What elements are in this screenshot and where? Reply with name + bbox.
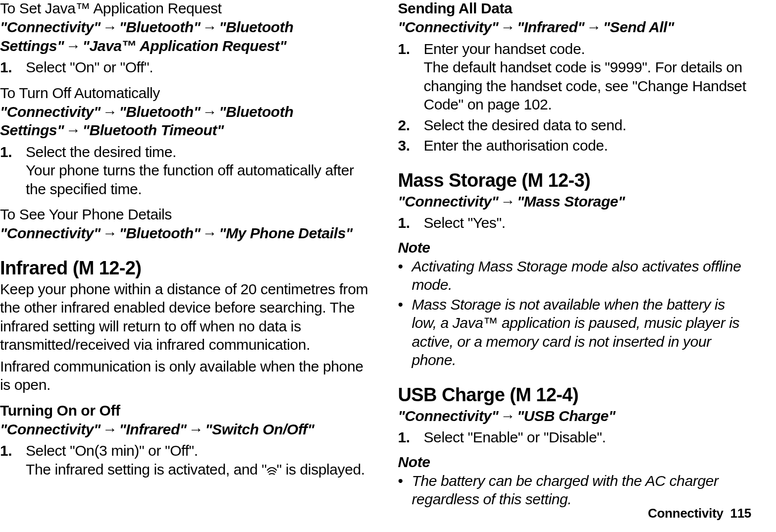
- subheading-java-request: To Set Java™ Application Request: [0, 0, 368, 17]
- arrow-icon: →: [187, 421, 206, 437]
- step-item: Select "Enable" or "Disable".: [398, 428, 752, 447]
- menu-path: "Connectivity"→"USB Charge": [398, 407, 752, 426]
- footer-page-number: 115: [730, 506, 751, 521]
- arrow-icon: →: [201, 19, 219, 35]
- arrow-icon: →: [101, 225, 119, 241]
- step-item: Enter your handset code. The default han…: [398, 40, 752, 114]
- path-part: "Bluetooth": [119, 104, 201, 120]
- note-item: Mass Storage is not available when the b…: [398, 295, 752, 370]
- path-part: "Infrared": [517, 19, 584, 35]
- step-subtext: The infrared setting is activated, and "…: [26, 460, 368, 479]
- arrow-icon: →: [201, 104, 219, 120]
- step-item: Select "On(3 min)" or "Off". The infrare…: [0, 441, 368, 479]
- path-part: "Connectivity": [398, 408, 499, 424]
- menu-path: "Connectivity"→"Infrared"→"Send All": [398, 18, 752, 37]
- step-subtext: The default handset code is "9999". For …: [424, 58, 752, 114]
- heading-mass-storage: Mass Storage (M 12-3): [398, 170, 752, 191]
- menu-path: "Connectivity"→"Bluetooth"→"Bluetooth Se…: [0, 18, 368, 55]
- path-part: "Mass Storage": [517, 193, 625, 210]
- note-item: Activating Mass Storage mode also activa…: [398, 257, 752, 294]
- heading-text: Mass Storage: [398, 170, 517, 191]
- path-part: "Connectivity": [0, 421, 101, 437]
- note-item: The battery can be charged with the AC c…: [398, 472, 752, 509]
- menu-code: (M 12-2): [68, 258, 142, 278]
- subheading-turn-on-off: Turning On or Off: [0, 402, 368, 419]
- path-part: "Infrared": [119, 421, 187, 437]
- step-item: Select the desired data to send.: [398, 116, 752, 135]
- menu-path: "Connectivity"→"Mass Storage": [398, 192, 752, 211]
- heading-infrared: Infrared (M 12-2): [0, 258, 368, 279]
- steps-list: Select "On(3 min)" or "Off". The infrare…: [0, 441, 368, 479]
- steps-list: Enter your handset code. The default han…: [398, 40, 752, 155]
- path-part: "Java™ Application Request": [83, 38, 287, 54]
- path-part: "Switch On/Off": [205, 421, 314, 437]
- sub-a: The infrared setting is activated, and ": [26, 461, 267, 478]
- menu-code: (M 12-4): [505, 384, 578, 405]
- arrow-icon: →: [64, 122, 83, 138]
- path-part: "Connectivity": [0, 225, 101, 241]
- subheading-sending-all: Sending All Data: [398, 0, 752, 17]
- body-text: Keep your phone within a distance of 20 …: [0, 280, 368, 354]
- left-column: To Set Java™ Application Request "Connec…: [0, 0, 388, 510]
- page-footer: Connectivity 115: [648, 506, 751, 521]
- arrow-icon: →: [64, 38, 83, 54]
- step-item: Enter the authorisation code.: [398, 136, 752, 155]
- infrared-icon: [267, 466, 277, 476]
- path-part: "Bluetooth Timeout": [83, 122, 224, 138]
- sub-b: " is displayed.: [277, 461, 365, 478]
- menu-path: "Connectivity"→"Bluetooth"→"Bluetooth Se…: [0, 103, 368, 140]
- path-part: "Bluetooth": [119, 19, 201, 35]
- path-part: "Connectivity": [0, 104, 101, 120]
- path-part: "Bluetooth": [119, 225, 201, 241]
- footer-section: Connectivity: [648, 506, 723, 521]
- arrow-icon: →: [101, 19, 119, 35]
- notes-list: Activating Mass Storage mode also activa…: [398, 257, 752, 370]
- notes-list: The battery can be charged with the AC c…: [398, 472, 752, 509]
- step-text: Enter your handset code.: [424, 41, 585, 57]
- right-column: Sending All Data "Connectivity"→"Infrare…: [388, 0, 776, 510]
- steps-list: Select "On" or "Off".: [0, 58, 368, 77]
- path-part: "Connectivity": [398, 19, 499, 35]
- menu-code: (M 12-3): [517, 170, 590, 191]
- path-part: "My Phone Details": [219, 225, 353, 241]
- step-text: Select "On(3 min)" or "Off".: [26, 442, 198, 459]
- subheading-phone-details: To See Your Phone Details: [0, 206, 368, 223]
- body-text: Infrared communication is only available…: [0, 357, 368, 394]
- path-part: "USB Charge": [517, 408, 616, 424]
- arrow-icon: →: [498, 408, 517, 424]
- arrow-icon: →: [584, 19, 603, 35]
- arrow-icon: →: [498, 193, 517, 210]
- arrow-icon: →: [498, 19, 517, 35]
- steps-list: Select the desired time. Your phone turn…: [0, 143, 368, 199]
- step-subtext: Your phone turns the function off automa…: [26, 161, 368, 198]
- step-text: Select the desired time.: [26, 144, 176, 160]
- arrow-icon: →: [101, 421, 119, 437]
- step-item: Select "Yes".: [398, 213, 752, 232]
- subheading-auto-off: To Turn Off Automatically: [0, 85, 368, 102]
- path-part: "Connectivity": [0, 19, 101, 35]
- heading-usb-charge: USB Charge (M 12-4): [398, 384, 752, 406]
- arrow-icon: →: [101, 104, 119, 120]
- note-label: Note: [398, 239, 752, 256]
- path-part: "Send All": [603, 19, 674, 35]
- step-item: Select "On" or "Off".: [0, 58, 368, 77]
- menu-path: "Connectivity"→"Bluetooth"→"My Phone Det…: [0, 224, 368, 243]
- steps-list: Select "Yes".: [398, 213, 752, 232]
- step-item: Select the desired time. Your phone turn…: [0, 143, 368, 199]
- heading-text: USB Charge: [398, 384, 505, 405]
- path-part: "Connectivity": [398, 193, 499, 210]
- menu-path: "Connectivity"→"Infrared"→"Switch On/Off…: [0, 420, 368, 439]
- note-label: Note: [398, 454, 752, 471]
- arrow-icon: →: [201, 225, 219, 241]
- heading-text: Infrared: [0, 258, 68, 278]
- steps-list: Select "Enable" or "Disable".: [398, 428, 752, 447]
